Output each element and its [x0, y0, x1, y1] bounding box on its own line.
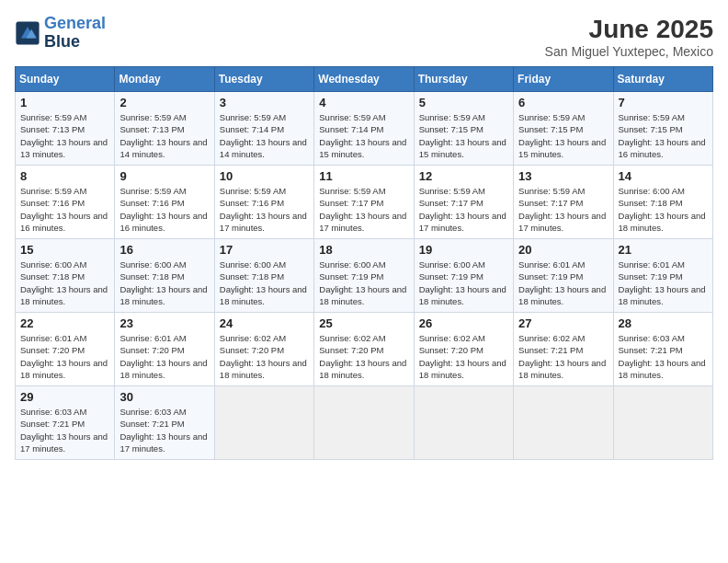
day-info: Sunrise: 5:59 AM Sunset: 7:16 PM Dayligh… [220, 185, 309, 234]
day-info: Sunrise: 5:59 AM Sunset: 7:15 PM Dayligh… [619, 111, 708, 160]
day-number: 8 [20, 169, 109, 183]
day-header-monday: Monday [115, 67, 214, 92]
day-info: Sunrise: 6:01 AM Sunset: 7:19 PM Dayligh… [619, 259, 708, 307]
calendar-cell: 18 Sunrise: 6:00 AM Sunset: 7:19 PM Dayl… [314, 239, 414, 313]
day-info: Sunrise: 6:00 AM Sunset: 7:18 PM Dayligh… [619, 185, 708, 234]
day-number: 7 [619, 96, 708, 109]
calendar-cell: 3 Sunrise: 5:59 AM Sunset: 7:14 PM Dayli… [214, 92, 313, 166]
calendar-cell: 20 Sunrise: 6:01 AM Sunset: 7:19 PM Dayl… [514, 239, 613, 313]
day-number: 14 [619, 169, 708, 183]
day-number: 19 [419, 243, 508, 257]
day-number: 4 [319, 96, 408, 109]
day-number: 11 [319, 169, 408, 183]
calendar-cell: 27 Sunrise: 6:02 AM Sunset: 7:21 PM Dayl… [514, 313, 613, 386]
calendar-cell: 16 Sunrise: 6:00 AM Sunset: 7:18 PM Dayl… [115, 239, 214, 313]
calendar-cell: 11 Sunrise: 5:59 AM Sunset: 7:17 PM Dayl… [314, 166, 414, 239]
title-area: June 2025 San Miguel Yuxtepec, Mexico [545, 15, 713, 59]
calendar-week-row: 8 Sunrise: 5:59 AM Sunset: 7:16 PM Dayli… [16, 166, 713, 239]
calendar-cell: 4 Sunrise: 5:59 AM Sunset: 7:14 PM Dayli… [314, 92, 414, 166]
day-info: Sunrise: 5:59 AM Sunset: 7:17 PM Dayligh… [419, 185, 508, 234]
day-number: 15 [20, 243, 109, 257]
calendar-cell [414, 386, 513, 460]
day-info: Sunrise: 5:59 AM Sunset: 7:13 PM Dayligh… [119, 111, 209, 160]
day-info: Sunrise: 6:00 AM Sunset: 7:19 PM Dayligh… [419, 259, 508, 307]
calendar-cell: 8 Sunrise: 5:59 AM Sunset: 7:16 PM Dayli… [16, 166, 115, 239]
calendar-cell: 12 Sunrise: 5:59 AM Sunset: 7:17 PM Dayl… [414, 166, 513, 239]
calendar-week-row: 1 Sunrise: 5:59 AM Sunset: 7:13 PM Dayli… [16, 92, 713, 166]
day-number: 30 [119, 390, 209, 404]
day-number: 22 [20, 316, 109, 330]
day-info: Sunrise: 6:00 AM Sunset: 7:18 PM Dayligh… [220, 259, 309, 307]
calendar-cell: 5 Sunrise: 5:59 AM Sunset: 7:15 PM Dayli… [414, 92, 513, 166]
calendar-cell: 21 Sunrise: 6:01 AM Sunset: 7:19 PM Dayl… [613, 239, 712, 313]
calendar-cell: 30 Sunrise: 6:03 AM Sunset: 7:21 PM Dayl… [115, 386, 214, 460]
calendar-cell: 26 Sunrise: 6:02 AM Sunset: 7:20 PM Dayl… [414, 313, 513, 386]
day-info: Sunrise: 5:59 AM Sunset: 7:14 PM Dayligh… [220, 111, 309, 160]
day-info: Sunrise: 6:03 AM Sunset: 7:21 PM Dayligh… [20, 406, 109, 454]
day-number: 12 [419, 169, 508, 183]
day-number: 13 [518, 169, 608, 183]
logo-icon [15, 20, 40, 46]
day-number: 18 [319, 243, 408, 257]
day-info: Sunrise: 6:02 AM Sunset: 7:20 PM Dayligh… [220, 332, 309, 381]
calendar-cell: 23 Sunrise: 6:01 AM Sunset: 7:20 PM Dayl… [115, 313, 214, 386]
day-number: 6 [518, 96, 608, 109]
day-number: 17 [220, 243, 309, 257]
calendar-cell [314, 386, 414, 460]
day-header-wednesday: Wednesday [314, 67, 414, 92]
day-info: Sunrise: 6:02 AM Sunset: 7:20 PM Dayligh… [319, 332, 408, 381]
calendar-header-row: SundayMondayTuesdayWednesdayThursdayFrid… [16, 67, 713, 92]
calendar-cell [514, 386, 613, 460]
day-number: 29 [20, 390, 109, 404]
calendar-week-row: 15 Sunrise: 6:00 AM Sunset: 7:18 PM Dayl… [16, 239, 713, 313]
day-info: Sunrise: 6:02 AM Sunset: 7:21 PM Dayligh… [518, 332, 608, 381]
calendar-cell [613, 386, 712, 460]
day-info: Sunrise: 6:03 AM Sunset: 7:21 PM Dayligh… [619, 332, 708, 381]
day-info: Sunrise: 6:02 AM Sunset: 7:20 PM Dayligh… [419, 332, 508, 381]
day-info: Sunrise: 5:59 AM Sunset: 7:13 PM Dayligh… [20, 111, 109, 160]
calendar-cell: 28 Sunrise: 6:03 AM Sunset: 7:21 PM Dayl… [613, 313, 712, 386]
day-number: 2 [119, 96, 209, 109]
calendar-cell: 25 Sunrise: 6:02 AM Sunset: 7:20 PM Dayl… [314, 313, 414, 386]
day-info: Sunrise: 6:01 AM Sunset: 7:19 PM Dayligh… [518, 259, 608, 307]
day-header-thursday: Thursday [414, 67, 513, 92]
day-info: Sunrise: 5:59 AM Sunset: 7:17 PM Dayligh… [518, 185, 608, 234]
calendar-cell: 24 Sunrise: 6:02 AM Sunset: 7:20 PM Dayl… [214, 313, 313, 386]
day-info: Sunrise: 5:59 AM Sunset: 7:16 PM Dayligh… [20, 185, 109, 234]
day-number: 5 [419, 96, 508, 109]
day-header-friday: Friday [514, 67, 613, 92]
day-info: Sunrise: 5:59 AM Sunset: 7:17 PM Dayligh… [319, 185, 408, 234]
day-info: Sunrise: 5:59 AM Sunset: 7:15 PM Dayligh… [419, 111, 508, 160]
day-number: 27 [518, 316, 608, 330]
calendar-cell [214, 386, 313, 460]
calendar-week-row: 29 Sunrise: 6:03 AM Sunset: 7:21 PM Dayl… [16, 386, 713, 460]
day-info: Sunrise: 6:01 AM Sunset: 7:20 PM Dayligh… [20, 332, 109, 381]
logo-text: General Blue [44, 15, 106, 52]
day-number: 25 [319, 316, 408, 330]
day-info: Sunrise: 6:00 AM Sunset: 7:19 PM Dayligh… [319, 259, 408, 307]
day-info: Sunrise: 6:00 AM Sunset: 7:18 PM Dayligh… [20, 259, 109, 307]
day-header-saturday: Saturday [613, 67, 712, 92]
location: San Miguel Yuxtepec, Mexico [545, 44, 713, 59]
day-number: 20 [518, 243, 608, 257]
day-number: 9 [119, 169, 209, 183]
calendar-cell: 15 Sunrise: 6:00 AM Sunset: 7:18 PM Dayl… [16, 239, 115, 313]
logo: General Blue [15, 15, 106, 52]
day-info: Sunrise: 5:59 AM Sunset: 7:14 PM Dayligh… [319, 111, 408, 160]
day-number: 21 [619, 243, 708, 257]
day-header-tuesday: Tuesday [214, 67, 313, 92]
calendar-cell: 9 Sunrise: 5:59 AM Sunset: 7:16 PM Dayli… [115, 166, 214, 239]
day-number: 16 [119, 243, 209, 257]
calendar-cell: 2 Sunrise: 5:59 AM Sunset: 7:13 PM Dayli… [115, 92, 214, 166]
day-info: Sunrise: 6:00 AM Sunset: 7:18 PM Dayligh… [119, 259, 209, 307]
calendar-cell: 17 Sunrise: 6:00 AM Sunset: 7:18 PM Dayl… [214, 239, 313, 313]
day-number: 1 [20, 96, 109, 109]
day-number: 23 [119, 316, 209, 330]
calendar-cell: 29 Sunrise: 6:03 AM Sunset: 7:21 PM Dayl… [16, 386, 115, 460]
day-number: 10 [220, 169, 309, 183]
calendar-cell: 13 Sunrise: 5:59 AM Sunset: 7:17 PM Dayl… [514, 166, 613, 239]
calendar-week-row: 22 Sunrise: 6:01 AM Sunset: 7:20 PM Dayl… [16, 313, 713, 386]
calendar-cell: 14 Sunrise: 6:00 AM Sunset: 7:18 PM Dayl… [613, 166, 712, 239]
day-number: 26 [419, 316, 508, 330]
calendar-cell: 6 Sunrise: 5:59 AM Sunset: 7:15 PM Dayli… [514, 92, 613, 166]
